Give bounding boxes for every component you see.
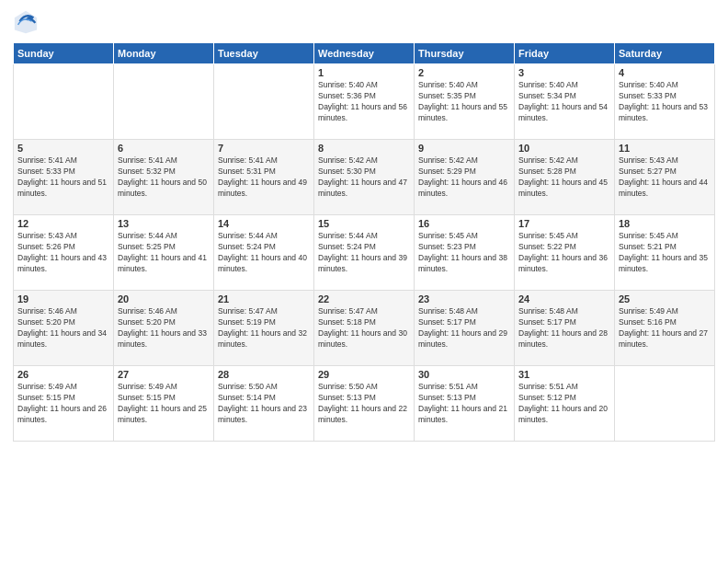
sunset-time: Sunset: 5:25 PM xyxy=(118,242,176,251)
calendar-cell xyxy=(615,366,715,442)
day-info: Sunrise: 5:40 AM Sunset: 5:35 PM Dayligh… xyxy=(418,80,510,124)
day-info: Sunrise: 5:51 AM Sunset: 5:12 PM Dayligh… xyxy=(518,382,610,426)
sunrise-time: Sunrise: 5:49 AM xyxy=(118,382,177,391)
day-number: 16 xyxy=(418,218,510,229)
sunrise-time: Sunrise: 5:47 AM xyxy=(318,306,378,316)
sunrise-time: Sunrise: 5:46 AM xyxy=(17,306,77,316)
day-number: 5 xyxy=(17,143,109,154)
daylight-hours: Daylight: 11 hours and 25 minutes. xyxy=(118,404,207,424)
day-info: Sunrise: 5:45 AM Sunset: 5:21 PM Dayligh… xyxy=(619,231,711,275)
logo-icon xyxy=(13,9,39,35)
calendar-cell: 25 Sunrise: 5:49 AM Sunset: 5:16 PM Dayl… xyxy=(615,291,715,366)
sunset-time: Sunset: 5:13 PM xyxy=(318,393,376,402)
sunset-time: Sunset: 5:36 PM xyxy=(318,91,376,100)
calendar-cell: 2 Sunrise: 5:40 AM Sunset: 5:35 PM Dayli… xyxy=(415,64,515,140)
daylight-hours: Daylight: 11 hours and 44 minutes. xyxy=(619,178,708,198)
day-number: 10 xyxy=(518,143,610,154)
calendar-cell: 22 Sunrise: 5:47 AM Sunset: 5:18 PM Dayl… xyxy=(314,291,415,366)
daylight-hours: Daylight: 11 hours and 21 minutes. xyxy=(418,404,507,424)
day-info: Sunrise: 5:41 AM Sunset: 5:33 PM Dayligh… xyxy=(17,155,109,200)
logo xyxy=(13,9,42,35)
calendar-cell: 17 Sunrise: 5:45 AM Sunset: 5:22 PM Dayl… xyxy=(515,215,615,291)
daylight-hours: Daylight: 11 hours and 26 minutes. xyxy=(17,404,107,424)
daylight-hours: Daylight: 11 hours and 36 minutes. xyxy=(518,253,608,273)
sunset-time: Sunset: 5:17 PM xyxy=(418,317,476,327)
day-number: 23 xyxy=(418,293,510,304)
calendar-cell: 1 Sunrise: 5:40 AM Sunset: 5:36 PM Dayli… xyxy=(314,64,415,140)
sunrise-time: Sunrise: 5:40 AM xyxy=(318,80,378,89)
day-info: Sunrise: 5:41 AM Sunset: 5:31 PM Dayligh… xyxy=(218,155,310,200)
day-info: Sunrise: 5:43 AM Sunset: 5:27 PM Dayligh… xyxy=(619,155,711,200)
sunrise-time: Sunrise: 5:41 AM xyxy=(17,155,77,165)
sunrise-time: Sunrise: 5:49 AM xyxy=(17,382,77,391)
sunset-time: Sunset: 5:19 PM xyxy=(218,317,276,327)
sunrise-time: Sunrise: 5:44 AM xyxy=(118,231,177,240)
day-number: 3 xyxy=(518,67,610,78)
day-info: Sunrise: 5:45 AM Sunset: 5:22 PM Dayligh… xyxy=(518,231,610,275)
day-number: 31 xyxy=(518,369,610,380)
sunset-time: Sunset: 5:27 PM xyxy=(619,167,677,176)
daylight-hours: Daylight: 11 hours and 39 minutes. xyxy=(318,253,407,273)
calendar-cell: 8 Sunrise: 5:42 AM Sunset: 5:30 PM Dayli… xyxy=(314,140,415,215)
sunset-time: Sunset: 5:20 PM xyxy=(118,317,176,327)
daylight-hours: Daylight: 11 hours and 53 minutes. xyxy=(619,102,708,122)
daylight-hours: Daylight: 11 hours and 47 minutes. xyxy=(318,178,407,198)
sunrise-time: Sunrise: 5:43 AM xyxy=(17,231,77,240)
day-number: 15 xyxy=(318,218,410,229)
calendar-cell xyxy=(14,64,114,140)
col-monday: Monday xyxy=(114,43,214,64)
calendar-cell: 9 Sunrise: 5:42 AM Sunset: 5:29 PM Dayli… xyxy=(415,140,515,215)
sunset-time: Sunset: 5:24 PM xyxy=(318,242,376,251)
day-number: 2 xyxy=(418,67,510,78)
col-saturday: Saturday xyxy=(615,43,715,64)
day-number: 13 xyxy=(118,218,210,229)
day-number: 26 xyxy=(17,369,109,380)
day-number: 24 xyxy=(518,293,610,304)
calendar-cell: 28 Sunrise: 5:50 AM Sunset: 5:14 PM Dayl… xyxy=(214,366,314,442)
daylight-hours: Daylight: 11 hours and 54 minutes. xyxy=(518,102,608,122)
day-number: 18 xyxy=(619,218,711,229)
day-number: 20 xyxy=(118,293,210,304)
day-number: 19 xyxy=(17,293,109,304)
sunset-time: Sunset: 5:28 PM xyxy=(518,167,576,176)
calendar-week-row: 1 Sunrise: 5:40 AM Sunset: 5:36 PM Dayli… xyxy=(14,64,715,140)
daylight-hours: Daylight: 11 hours and 32 minutes. xyxy=(218,328,307,349)
day-number: 22 xyxy=(318,293,410,304)
day-info: Sunrise: 5:49 AM Sunset: 5:15 PM Dayligh… xyxy=(118,382,210,426)
sunrise-time: Sunrise: 5:44 AM xyxy=(318,231,378,240)
day-info: Sunrise: 5:40 AM Sunset: 5:36 PM Dayligh… xyxy=(318,80,410,124)
calendar-cell: 13 Sunrise: 5:44 AM Sunset: 5:25 PM Dayl… xyxy=(114,215,214,291)
calendar-cell: 18 Sunrise: 5:45 AM Sunset: 5:21 PM Dayl… xyxy=(615,215,715,291)
sunset-time: Sunset: 5:23 PM xyxy=(418,242,476,251)
sunset-time: Sunset: 5:29 PM xyxy=(418,167,476,176)
calendar-cell xyxy=(214,64,314,140)
sunrise-time: Sunrise: 5:40 AM xyxy=(518,80,578,89)
calendar-cell: 12 Sunrise: 5:43 AM Sunset: 5:26 PM Dayl… xyxy=(14,215,114,291)
daylight-hours: Daylight: 11 hours and 55 minutes. xyxy=(418,102,507,122)
calendar-cell: 21 Sunrise: 5:47 AM Sunset: 5:19 PM Dayl… xyxy=(214,291,314,366)
day-info: Sunrise: 5:44 AM Sunset: 5:24 PM Dayligh… xyxy=(318,231,410,275)
day-number: 29 xyxy=(318,369,410,380)
calendar-week-row: 5 Sunrise: 5:41 AM Sunset: 5:33 PM Dayli… xyxy=(14,140,715,215)
sunrise-time: Sunrise: 5:41 AM xyxy=(118,155,177,165)
sunrise-time: Sunrise: 5:40 AM xyxy=(418,80,478,89)
day-number: 11 xyxy=(619,143,711,154)
sunset-time: Sunset: 5:33 PM xyxy=(619,91,677,100)
calendar-cell: 27 Sunrise: 5:49 AM Sunset: 5:15 PM Dayl… xyxy=(114,366,214,442)
day-number: 27 xyxy=(118,369,210,380)
daylight-hours: Daylight: 11 hours and 49 minutes. xyxy=(218,178,307,198)
sunrise-time: Sunrise: 5:48 AM xyxy=(518,306,578,316)
daylight-hours: Daylight: 11 hours and 40 minutes. xyxy=(218,253,307,273)
day-number: 7 xyxy=(218,143,310,154)
sunrise-time: Sunrise: 5:49 AM xyxy=(619,306,678,316)
sunrise-time: Sunrise: 5:42 AM xyxy=(418,155,478,165)
day-number: 21 xyxy=(218,293,310,304)
calendar-cell: 5 Sunrise: 5:41 AM Sunset: 5:33 PM Dayli… xyxy=(14,140,114,215)
daylight-hours: Daylight: 11 hours and 34 minutes. xyxy=(17,328,107,349)
day-info: Sunrise: 5:40 AM Sunset: 5:33 PM Dayligh… xyxy=(619,80,711,124)
calendar-cell: 31 Sunrise: 5:51 AM Sunset: 5:12 PM Dayl… xyxy=(515,366,615,442)
calendar-cell: 29 Sunrise: 5:50 AM Sunset: 5:13 PM Dayl… xyxy=(314,366,415,442)
day-info: Sunrise: 5:42 AM Sunset: 5:30 PM Dayligh… xyxy=(318,155,410,200)
sunrise-time: Sunrise: 5:44 AM xyxy=(218,231,278,240)
daylight-hours: Daylight: 11 hours and 23 minutes. xyxy=(218,404,307,424)
